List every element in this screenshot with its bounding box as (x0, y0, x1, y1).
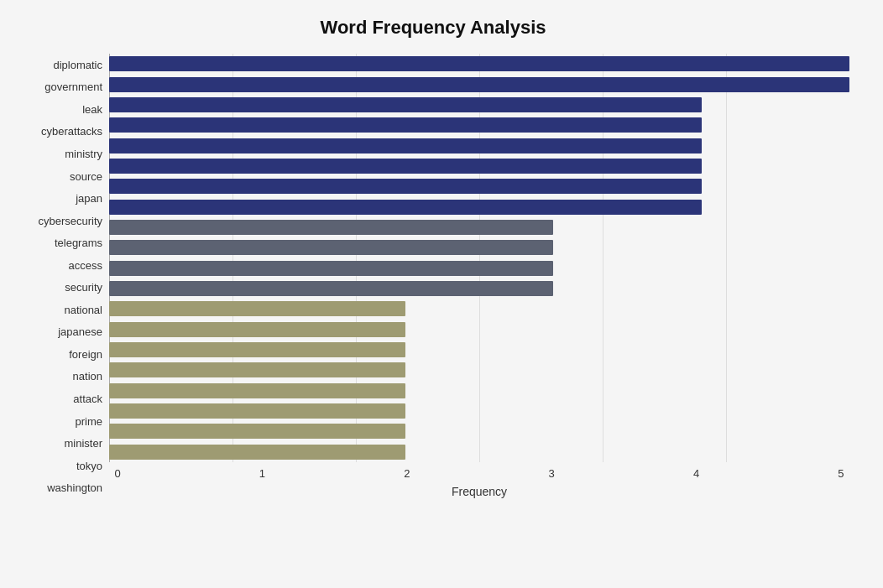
x-tick: 3 (543, 467, 560, 480)
bar-row (109, 382, 849, 400)
y-label: foreign (17, 345, 102, 363)
bar-row (109, 75, 849, 94)
y-label: diplomatic (17, 55, 102, 74)
bar-row (109, 443, 849, 461)
y-label: cyberattacks (17, 122, 102, 141)
y-label: telegrams (17, 234, 102, 252)
bar-row (109, 259, 849, 278)
chart-title: Word Frequency Analysis (17, 17, 849, 39)
bar (109, 342, 405, 357)
bar (109, 261, 553, 276)
bar-row (109, 116, 849, 134)
x-tick: 4 (688, 467, 705, 480)
y-label: nation (17, 367, 102, 386)
y-label: security (17, 278, 102, 297)
bar-row (109, 238, 849, 257)
bar-row (109, 137, 849, 155)
bar-row (109, 55, 849, 73)
x-ticks: 012345 (109, 466, 849, 480)
bar-row (109, 422, 849, 440)
y-label: government (17, 78, 102, 96)
y-label: national (17, 300, 102, 319)
bar-row (109, 279, 849, 298)
y-axis: diplomaticgovernmentleakcyberattacksmini… (17, 54, 109, 499)
y-label: japanese (17, 323, 102, 341)
bar (109, 240, 553, 255)
bar (109, 138, 702, 154)
bar-row (109, 341, 849, 359)
x-axis-label: Frequency (109, 485, 849, 498)
bars-and-x: 012345 Frequency (109, 54, 849, 499)
bar (109, 445, 405, 460)
chart-area: diplomaticgovernmentleakcyberattacksmini… (17, 54, 849, 499)
bar (109, 281, 553, 296)
x-axis: 012345 Frequency (109, 466, 849, 499)
bar-row (109, 402, 849, 420)
bar (109, 117, 702, 133)
bars-area (109, 54, 849, 462)
x-tick: 1 (253, 467, 270, 480)
bar (109, 322, 405, 337)
bar-row (109, 157, 849, 175)
x-tick: 5 (833, 467, 849, 480)
bar (109, 56, 849, 71)
y-label: cybersecurity (17, 211, 102, 230)
bar (109, 179, 702, 194)
bar (109, 200, 702, 215)
bar-row (109, 96, 849, 114)
y-label: access (17, 256, 102, 274)
bar (109, 383, 405, 398)
y-label: source (17, 167, 102, 185)
x-tick: 0 (109, 467, 126, 480)
bar (109, 220, 553, 235)
bars-list (109, 54, 849, 462)
y-label: tokyo (17, 456, 102, 475)
bar (109, 362, 405, 377)
y-label: minister (17, 434, 102, 453)
y-label: prime (17, 412, 102, 430)
y-label: leak (17, 100, 102, 118)
bar-row (109, 299, 849, 318)
bar-row (109, 177, 849, 195)
bar-row (109, 198, 849, 216)
bar (109, 159, 702, 174)
bar-row (109, 320, 849, 339)
bar (109, 424, 405, 439)
bar (109, 403, 405, 419)
y-label: washington (17, 479, 102, 497)
chart-container: Word Frequency Analysis diplomaticgovern… (0, 0, 883, 588)
bar (109, 97, 702, 112)
bar (109, 301, 405, 316)
y-label: attack (17, 389, 102, 408)
bar-row (109, 361, 849, 379)
y-label: ministry (17, 144, 102, 163)
x-tick: 2 (399, 467, 415, 480)
y-label: japan (17, 190, 102, 208)
bar-row (109, 218, 849, 237)
bar (109, 77, 849, 92)
